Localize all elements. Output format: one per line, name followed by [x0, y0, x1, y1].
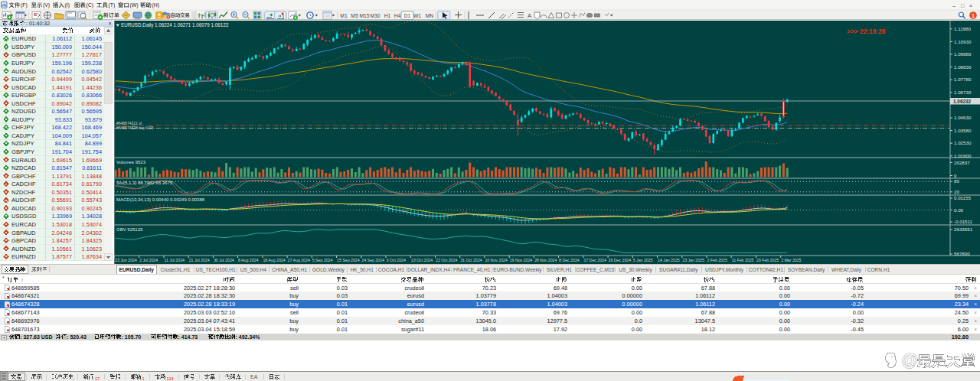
svg-text:192.80: 192.80 — [952, 334, 969, 340]
svg-text:1.53074: 1.53074 — [82, 221, 102, 228]
svg-text:69.76: 69.76 — [554, 309, 567, 316]
svg-text:648692976: 648692976 — [11, 318, 40, 324]
svg-text:FRANCE_40,H1: FRANCE_40,H1 — [453, 267, 491, 273]
svg-text:US_500,H4: US_500,H4 — [240, 267, 266, 273]
svg-text:2025.03.04 15:18:59: 2025.03.04 15:18:59 — [184, 326, 235, 333]
svg-text:GBPCAD: GBPCAD — [11, 237, 37, 244]
svg-text:2025.02.28 18:32:30: 2025.02.28 18:32:30 — [184, 292, 235, 299]
svg-text:26 Dec 2024: 26 Dec 2024 — [609, 258, 632, 262]
svg-text:20: 20 — [954, 189, 959, 194]
svg-text:crudeoil: crudeoil — [404, 309, 424, 316]
svg-text:2025.03.04 07:43:41: 2025.03.04 07:43:41 — [184, 318, 235, 324]
svg-text:159.196: 159.196 — [52, 60, 72, 67]
svg-text:13 Oct 2024: 13 Oct 2024 — [411, 258, 433, 262]
svg-text:0.81547: 0.81547 — [52, 164, 72, 171]
svg-text:1.06112: 1.06112 — [695, 301, 715, 308]
svg-text:2.04302: 2.04302 — [82, 230, 102, 236]
svg-text:0.01: 0.01 — [337, 318, 348, 324]
svg-text:sell: sell — [290, 285, 299, 291]
svg-text:buy: buy — [289, 326, 299, 333]
svg-text:GOLD,Weekly: GOLD,Weekly — [312, 267, 345, 273]
svg-text:2 Mar 2025: 2 Mar 2025 — [781, 258, 801, 262]
svg-text:: 01:40:32: : 01:40:32 — [26, 21, 50, 26]
svg-text:8 Aug 2024: 8 Aug 2024 — [238, 258, 258, 262]
svg-text:–: – — [952, 3, 956, 8]
svg-text:MN: MN — [426, 13, 434, 18]
svg-text:eurusd: eurusd — [407, 301, 424, 308]
svg-text:WHEAT,Daily: WHEAT,Daily — [831, 267, 862, 273]
svg-text:EURJPY: EURJPY — [11, 60, 34, 67]
svg-text:USDCAD: USDCAD — [11, 84, 37, 91]
svg-text:70.23: 70.23 — [482, 285, 496, 291]
svg-text:CHFJPY: CHFJPY — [11, 124, 34, 131]
svg-text:+: + — [3, 335, 6, 340]
svg-text:27 Aug 2024: 27 Aug 2024 — [288, 258, 310, 262]
svg-text:28 Nov 2024: 28 Nov 2024 — [534, 258, 557, 262]
svg-text:0.00: 0.00 — [779, 292, 790, 299]
svg-text:china_a50: china_a50 — [398, 318, 424, 324]
svg-text:Sto(5,1,3) 88.7962 66.3675: Sto(5,1,3) 88.7962 66.3675 — [116, 181, 173, 185]
svg-text:17.92: 17.92 — [554, 326, 567, 333]
svg-text:10 Nov 2024: 10 Nov 2024 — [485, 258, 508, 262]
svg-text:1.03778: 1.03778 — [476, 301, 496, 308]
svg-text:(T): (T) — [109, 2, 116, 8]
svg-text:0.00: 0.00 — [632, 285, 642, 291]
svg-text:20 Feb 2025: 20 Feb 2025 — [756, 258, 779, 262]
svg-text:22 Oct 2024: 22 Oct 2024 — [436, 258, 457, 262]
svg-text:M1: M1 — [340, 13, 348, 18]
svg-text:US_TECH100,H1: US_TECH100,H1 — [196, 267, 236, 273]
svg-text:3 Oct 2024: 3 Oct 2024 — [387, 258, 407, 262]
svg-text:1.87577: 1.87577 — [52, 253, 72, 260]
svg-text:1.04630: 1.04630 — [954, 115, 972, 120]
svg-text:1.07780: 1.07780 — [954, 77, 972, 82]
svg-text:93.833: 93.833 — [55, 116, 72, 123]
svg-text:0.62580: 0.62580 — [82, 68, 102, 75]
svg-text:1.06112: 1.06112 — [695, 292, 715, 299]
svg-text:168.469: 168.469 — [82, 124, 102, 131]
svg-text:1.06232: 1.06232 — [953, 99, 972, 104]
svg-text:1.33969: 1.33969 — [52, 213, 72, 220]
svg-text:0.25: 0.25 — [958, 318, 969, 324]
svg-text:1.27817: 1.27817 — [82, 51, 102, 58]
svg-text:1.10930: 1.10930 — [954, 39, 972, 44]
svg-text:202837: 202837 — [954, 160, 970, 165]
svg-text:1.44191: 1.44191 — [52, 84, 72, 91]
svg-text:-0.05: -0.05 — [851, 285, 864, 291]
svg-text:69.99: 69.99 — [955, 292, 969, 299]
svg-text:EURUSD,Daily: EURUSD,Daily — [119, 267, 155, 273]
svg-text:84.899: 84.899 — [85, 140, 102, 147]
svg-text:×: × — [974, 285, 977, 291]
svg-text:1.53018: 1.53018 — [52, 221, 72, 228]
svg-text:0.50351: 0.50351 — [52, 189, 72, 196]
svg-text:EURCHF: EURCHF — [11, 76, 36, 83]
svg-text:*: * — [2, 275, 5, 281]
svg-text:EURCAD: EURCAD — [11, 221, 37, 228]
svg-text:104.057: 104.057 — [82, 132, 102, 139]
svg-text:0.90193: 0.90193 — [52, 205, 72, 212]
svg-text:A: A — [528, 12, 531, 19]
svg-text:×: × — [974, 318, 977, 324]
svg-text:0.81611: 0.81611 — [82, 164, 102, 171]
svg-text:11 Jul 2024: 11 Jul 2024 — [165, 258, 185, 262]
svg-text:OBV 925125: OBV 925125 — [116, 227, 143, 232]
svg-text:84.841: 84.841 — [55, 140, 72, 147]
svg-text:0.00: 0.00 — [779, 301, 790, 308]
svg-text:buy: buy — [289, 301, 299, 308]
svg-text:(W): (W) — [130, 2, 139, 8]
svg-text:23.34: 23.34 — [955, 301, 969, 308]
svg-text:18 Aug 2024: 18 Aug 2024 — [263, 258, 285, 262]
svg-text:1.10561: 1.10561 — [52, 246, 72, 252]
svg-text:AUDCHF: AUDCHF — [11, 197, 36, 204]
svg-text:: 492.34%: : 492.34% — [236, 334, 261, 340]
svg-text:5 Sep 2024: 5 Sep 2024 — [312, 258, 333, 262]
svg-text:×: × — [969, 3, 972, 8]
svg-text:CrudeOIL,H1: CrudeOIL,H1 — [161, 267, 191, 272]
svg-text:NZDCAD: NZDCAD — [11, 164, 36, 171]
svg-text:1.11980: 1.11980 — [954, 26, 971, 31]
svg-text:×: × — [974, 293, 977, 298]
svg-text:104.009: 104.009 — [52, 132, 72, 139]
svg-text:: 105.70: : 105.70 — [122, 334, 142, 340]
svg-text:Volumes 9523: Volumes 9523 — [116, 160, 146, 164]
svg-text:1.69615: 1.69615 — [52, 157, 72, 164]
svg-text:67.88: 67.88 — [701, 285, 715, 291]
